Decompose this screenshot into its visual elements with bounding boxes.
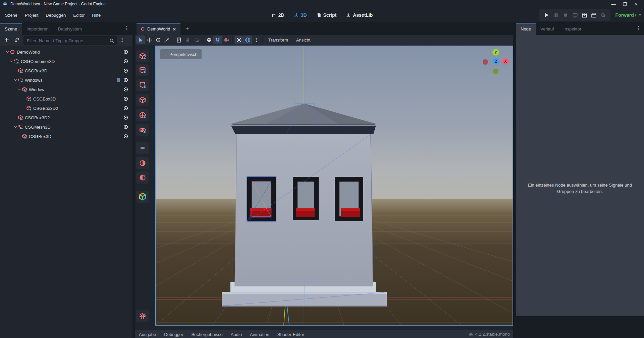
- instance-scene-button[interactable]: [13, 37, 23, 44]
- lock-button[interactable]: [183, 36, 192, 44]
- visibility-eye-icon[interactable]: [123, 96, 128, 102]
- bottom-tab-suchergebnisse[interactable]: Suchergebnisse: [187, 330, 226, 337]
- preview-environment-button[interactable]: [243, 36, 252, 44]
- rotate-tool-button[interactable]: [154, 36, 162, 44]
- tree-options-button[interactable]: [119, 37, 125, 44]
- visibility-eye-icon[interactable]: [123, 134, 128, 139]
- view-name-button[interactable]: Perspektivisch: [160, 49, 202, 59]
- play-button[interactable]: [543, 11, 551, 19]
- workspace-assetlib[interactable]: AssetLib: [346, 12, 373, 18]
- local-space-button[interactable]: [205, 36, 213, 44]
- tree-row[interactable]: CSGBox3D2: [0, 104, 132, 113]
- bottom-tab-shader-editor[interactable]: Shader-Editor: [273, 330, 308, 337]
- axis-gizmo[interactable]: Y Z X: [482, 47, 510, 77]
- csg-mesh-button[interactable]: [136, 94, 149, 106]
- snap-button[interactable]: [213, 36, 222, 44]
- chevron-down-icon[interactable]: [5, 50, 10, 54]
- play-custom-scene-button[interactable]: [590, 11, 598, 19]
- dock-options-button[interactable]: [124, 25, 132, 35]
- node-dock-panel: Ein einzelnes Node auswählen, um seine S…: [516, 35, 644, 316]
- tree-row[interactable]: CSGBox3D: [0, 66, 132, 75]
- remote-play-button[interactable]: [571, 11, 579, 19]
- tab-importieren[interactable]: Importieren: [22, 23, 53, 35]
- view-menu[interactable]: Ansicht: [292, 36, 315, 44]
- workspace-script[interactable]: Script: [316, 12, 337, 18]
- transform-menu[interactable]: Transform: [264, 36, 292, 44]
- visibility-eye-icon[interactable]: [123, 49, 128, 55]
- gizmo-neg-y[interactable]: [493, 69, 498, 74]
- pause-button[interactable]: [552, 11, 560, 19]
- tree-row[interactable]: CSGMesh3D: [0, 122, 132, 132]
- visibility-eye-icon[interactable]: [123, 115, 128, 120]
- tab-inspektor[interactable]: Inspektor: [559, 23, 586, 35]
- menu-projekt[interactable]: Projekt: [21, 11, 42, 19]
- bottom-tab-audio[interactable]: Audio: [227, 330, 246, 337]
- close-icon[interactable]: [172, 27, 176, 31]
- visibility-eye-icon[interactable]: [123, 68, 128, 73]
- csg-subtraction-button[interactable]: [136, 172, 149, 184]
- group-button[interactable]: [192, 36, 201, 44]
- menu-editor[interactable]: Editor: [69, 11, 88, 19]
- visibility-eye-icon[interactable]: [123, 87, 128, 92]
- attached-script-icon[interactable]: [115, 77, 121, 83]
- bottom-tab-debugger[interactable]: Debugger: [160, 330, 187, 337]
- renderer-select[interactable]: Forward+: [615, 9, 641, 21]
- chevron-down-icon[interactable]: [13, 78, 18, 82]
- tree-row[interactable]: Windows: [0, 75, 132, 85]
- move-tool-button[interactable]: [145, 36, 154, 44]
- remote-play-icon: [572, 12, 578, 18]
- csg-polygon-button[interactable]: [136, 79, 149, 91]
- gridmap-button[interactable]: [136, 191, 149, 203]
- view-options-button[interactable]: [252, 36, 261, 44]
- preview-sun-button[interactable]: [234, 36, 243, 44]
- tree-row[interactable]: CSGBox3D: [0, 132, 132, 141]
- csg-torus-button[interactable]: [136, 124, 149, 136]
- filter-input[interactable]: [23, 36, 117, 45]
- tree-row[interactable]: DemoWorld: [0, 47, 132, 57]
- tree-row[interactable]: CSGBox3D2: [0, 113, 132, 122]
- visibility-eye-icon[interactable]: [123, 77, 128, 83]
- tab-szene[interactable]: Szene: [0, 23, 22, 35]
- tab-dateisystem[interactable]: Dateisystem: [53, 23, 87, 35]
- csg-box-button[interactable]: [136, 50, 149, 62]
- menu-debuggen[interactable]: Debuggen: [42, 11, 69, 19]
- 3d-viewport[interactable]: [155, 46, 513, 326]
- tab-verlauf[interactable]: Verlauf: [536, 23, 558, 35]
- scene-tab-demoworld[interactable]: DemoWorld: [137, 23, 180, 35]
- close-button[interactable]: ✕: [631, 2, 642, 7]
- add-node-button[interactable]: [0, 37, 13, 44]
- minimize-button[interactable]: —: [608, 2, 619, 7]
- tab-node[interactable]: Node: [516, 23, 536, 35]
- tree-row[interactable]: Window: [0, 85, 132, 94]
- csg-sphere-button[interactable]: [136, 109, 149, 121]
- chevron-down-icon[interactable]: [13, 125, 18, 129]
- scale-tool-button[interactable]: [162, 36, 171, 44]
- chevron-down-icon[interactable]: [9, 59, 14, 64]
- workspace-2d[interactable]: 2D: [271, 12, 284, 18]
- capsule-button[interactable]: [136, 142, 149, 154]
- stop-button[interactable]: [561, 11, 570, 19]
- menu-hilfe[interactable]: Hilfe: [88, 11, 104, 19]
- gizmo-neg-x[interactable]: [483, 59, 488, 65]
- workspace-3d[interactable]: 3D: [294, 12, 307, 18]
- camera-preview-button[interactable]: [222, 36, 231, 44]
- movie-mode-button[interactable]: [599, 11, 607, 19]
- select-tool-button[interactable]: [136, 36, 145, 44]
- list-select-button[interactable]: [175, 36, 183, 44]
- csg-intersection-button[interactable]: [136, 157, 149, 169]
- tree-row[interactable]: CSGCombiner3D: [0, 57, 132, 66]
- csg-cylinder-button[interactable]: [136, 64, 149, 76]
- visibility-eye-icon[interactable]: [123, 106, 128, 111]
- menu-szene[interactable]: Szene: [1, 11, 21, 19]
- visibility-eye-icon[interactable]: [123, 59, 128, 64]
- play-scene-button[interactable]: [580, 11, 588, 19]
- chevron-down-icon[interactable]: [17, 87, 22, 92]
- visibility-eye-icon[interactable]: [123, 124, 128, 130]
- bottom-tab-animation[interactable]: Animation: [246, 330, 273, 337]
- bottom-tab-ausgabe[interactable]: Ausgabe: [135, 330, 160, 337]
- restore-button[interactable]: ❐: [619, 2, 631, 7]
- dock-options-button[interactable]: [636, 25, 644, 35]
- viewport-settings-button[interactable]: [136, 310, 149, 322]
- tree-row[interactable]: CSGBox3D: [0, 94, 132, 104]
- new-scene-tab-button[interactable]: +: [180, 23, 194, 35]
